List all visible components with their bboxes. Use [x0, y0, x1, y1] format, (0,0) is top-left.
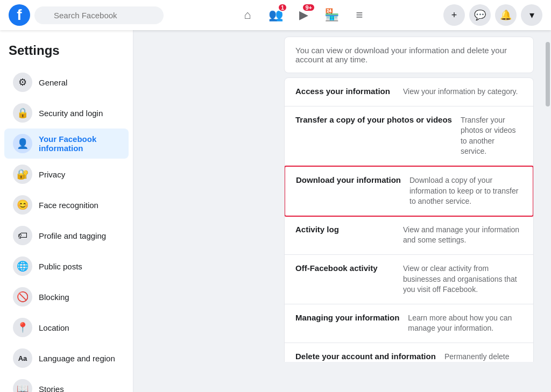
sidebar-item-privacy[interactable]: 🔐 Privacy — [4, 159, 129, 189]
sidebar-item-label: Face recognition — [39, 201, 98, 210]
public-posts-icon: 🌐 — [13, 256, 32, 276]
info-card: You can view or download your informatio… — [284, 37, 534, 73]
nav-right: + 💬 🔔 ▾ — [443, 4, 542, 26]
sidebar-item-blocking[interactable]: 🚫 Blocking — [4, 282, 129, 312]
friends-badge: 1 — [278, 3, 287, 12]
scrollbar-track[interactable] — [545, 30, 551, 362]
settings-row-delete-account[interactable]: Delete your account and information Perm… — [285, 343, 533, 362]
main-content: Your Facebook information You can view o… — [267, 0, 551, 362]
settings-row-off-facebook[interactable]: Off-Facebook activity View or clear acti… — [285, 255, 533, 304]
sidebar-item-language[interactable]: Aa Language and region — [4, 343, 129, 362]
row-title-transfer-copy: Transfer a copy of your photos or videos — [295, 115, 461, 124]
row-desc-activity-log: View and manage your information and som… — [403, 225, 522, 246]
settings-row-activity-log[interactable]: Activity log View and manage your inform… — [285, 216, 533, 255]
account-nav-button[interactable]: ▾ — [521, 4, 542, 26]
messenger-nav-button[interactable]: 💬 — [469, 4, 491, 26]
sidebar-item-label: Privacy — [39, 170, 65, 179]
search-input[interactable] — [34, 6, 164, 24]
settings-row-managing-info[interactable]: Managing your information Learn more abo… — [285, 304, 533, 343]
row-desc-transfer-copy: Transfer your photos or videos to anothe… — [461, 115, 522, 157]
blocking-icon: 🚫 — [13, 287, 32, 307]
security-icon: 🔒 — [13, 103, 32, 123]
menu-nav-button[interactable]: ≡ — [347, 2, 372, 28]
watch-badge: 9+ — [302, 3, 315, 12]
sidebar-item-facebook-info[interactable]: 👤 Your Facebook information — [4, 129, 129, 159]
location-icon: 📍 — [13, 318, 32, 337]
settings-sidebar: Settings ⚙ General 🔒 Security and login … — [0, 30, 133, 362]
row-desc-managing-info: Learn more about how you can manage your… — [408, 313, 522, 334]
search-wrap: 🔍 — [34, 6, 164, 24]
sidebar-title: Settings — [0, 39, 133, 67]
row-desc-download-info: Download a copy of your information to k… — [409, 175, 522, 207]
sidebar-item-security[interactable]: 🔒 Security and login — [4, 98, 129, 128]
row-desc-delete-account: Permanently delete your Facebook account… — [444, 352, 522, 362]
sidebar-item-label: Language and region — [39, 354, 115, 362]
language-icon: Aa — [13, 348, 32, 362]
sidebar-item-location[interactable]: 📍 Location — [4, 312, 129, 343]
sidebar-item-label: Public posts — [39, 262, 82, 271]
settings-row-download-info[interactable]: Download your information Download a cop… — [284, 166, 534, 217]
marketplace-nav-button[interactable]: 🏪 — [319, 2, 344, 28]
settings-row-access-info[interactable]: Access your information View your inform… — [285, 78, 533, 106]
row-title-download-info: Download your information — [296, 175, 409, 184]
row-title-delete-account: Delete your account and information — [295, 352, 444, 361]
sidebar-item-face-recognition[interactable]: 😊 Face recognition — [4, 190, 129, 220]
nav-center: ⌂ 👥1 ▶9+ 🏪 ≡ — [168, 2, 439, 28]
top-navigation: f 🔍 ⌂ 👥1 ▶9+ 🏪 ≡ + 💬 🔔 ▾ — [0, 0, 551, 30]
friends-nav-button[interactable]: 👥1 — [263, 2, 288, 28]
sidebar-item-label: General — [39, 78, 67, 87]
sidebar-item-label: Location — [39, 323, 69, 332]
settings-section: Access your information View your inform… — [284, 77, 534, 362]
face-recognition-icon: 😊 — [13, 195, 32, 215]
info-text: You can view or download your informatio… — [295, 46, 507, 64]
home-nav-button[interactable]: ⌂ — [235, 2, 260, 28]
sidebar-item-public-posts[interactable]: 🌐 Public posts — [4, 251, 129, 281]
sidebar-item-label: Profile and tagging — [39, 231, 106, 240]
row-desc-off-facebook: View or clear activity from businesses a… — [403, 263, 522, 295]
facebook-logo[interactable]: f — [9, 4, 30, 26]
privacy-icon: 🔐 — [13, 165, 32, 184]
sidebar-item-label: Your Facebook information — [39, 134, 120, 153]
row-title-managing-info: Managing your information — [295, 313, 408, 322]
sidebar-item-label: Blocking — [39, 293, 69, 302]
profile-tagging-icon: 🏷 — [13, 226, 32, 245]
sidebar-item-profile-tagging[interactable]: 🏷 Profile and tagging — [4, 220, 129, 251]
row-title-activity-log: Activity log — [295, 225, 403, 234]
sidebar-item-label: Security and login — [39, 109, 103, 118]
notifications-nav-button[interactable]: 🔔 — [495, 4, 517, 26]
settings-row-transfer-copy[interactable]: Transfer a copy of your photos or videos… — [285, 106, 533, 166]
general-icon: ⚙ — [13, 73, 32, 92]
content-area: Your Facebook information You can view o… — [133, 0, 551, 362]
row-title-access-info: Access your information — [295, 87, 403, 96]
scrollbar-thumb[interactable] — [546, 42, 550, 106]
facebook-info-icon: 👤 — [13, 134, 32, 153]
row-desc-access-info: View your information by category. — [403, 87, 518, 97]
watch-nav-button[interactable]: ▶9+ — [291, 2, 316, 28]
row-title-off-facebook: Off-Facebook activity — [295, 263, 403, 273]
sidebar-item-general[interactable]: ⚙ General — [4, 67, 129, 97]
add-nav-button[interactable]: + — [443, 4, 465, 26]
